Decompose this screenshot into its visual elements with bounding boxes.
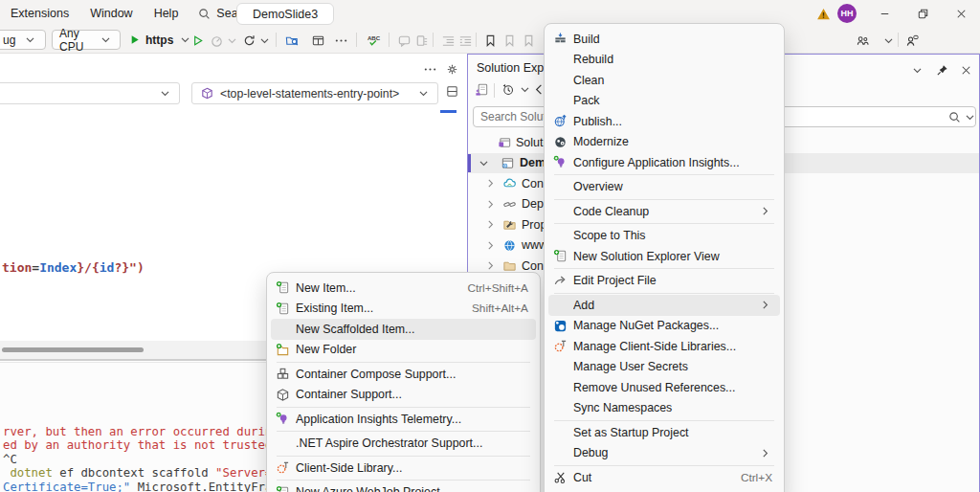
avatar[interactable]: HH — [837, 4, 857, 23]
menu-item-label: Publish... — [573, 115, 772, 128]
feedback-icon[interactable] — [903, 33, 919, 48]
menu-item-container-support[interactable]: Container Support... — [271, 385, 536, 406]
configuration-dropdown[interactable]: ug — [0, 30, 46, 50]
menu-item-label: Code Cleanup — [573, 205, 751, 218]
menu-item-existing-item[interactable]: Existing Item...Shift+Alt+A — [271, 299, 536, 320]
folder-plus-icon — [275, 342, 290, 357]
close-panel-icon[interactable] — [958, 62, 973, 78]
toolbar-separator — [433, 33, 434, 47]
switch-views-icon[interactable] — [474, 81, 489, 97]
configuration-label: ug — [3, 34, 15, 47]
menu-item-sync-namespaces[interactable]: Sync Namespaces — [548, 398, 780, 419]
bookmark-icon[interactable] — [482, 33, 498, 48]
window-title: DemoSlide3 — [236, 3, 334, 25]
close-button[interactable] — [943, 0, 979, 27]
menu-item-set-as-startup-project[interactable]: Set as Startup Project — [548, 422, 780, 443]
type-dropdown[interactable] — [0, 82, 180, 104]
menu-item-manage-client-side-libraries[interactable]: Manage Client-Side Libraries... — [548, 336, 780, 357]
app-insights-icon — [275, 412, 290, 427]
tree-expander-icon[interactable] — [482, 237, 498, 253]
menu-item-new-azure-webjob-project[interactable]: New Azure WebJob Project... — [271, 482, 536, 492]
menu-item-manage-nuget-packages[interactable]: Manage NuGet Packages... — [548, 316, 780, 337]
maximize-button[interactable] — [904, 0, 941, 27]
scrollbar-thumb[interactable] — [2, 347, 144, 352]
menu-item-container-compose-support[interactable]: Container Compose Support... — [271, 364, 536, 385]
member-dropdown[interactable]: <top-level-statements-entry-point> — [191, 82, 438, 104]
document-overflow-icon[interactable] — [422, 61, 437, 77]
menu-item-label: Clean — [573, 74, 772, 87]
menu-item-cut[interactable]: CutCtrl+X — [548, 467, 780, 488]
menu-item-label: Overview — [573, 180, 772, 193]
window-layout-icon[interactable] — [310, 33, 325, 48]
toolbar-separator — [476, 33, 477, 47]
menu-item-code-cleanup[interactable]: Code Cleanup — [548, 201, 780, 222]
chevron-down-icon[interactable] — [517, 81, 532, 97]
no-icon — [552, 73, 568, 88]
menu-item-modernize[interactable]: Modernize — [548, 132, 780, 153]
toolbar-overflow-icon[interactable] — [333, 33, 348, 48]
spell-check-icon[interactable]: ABC — [366, 33, 381, 48]
no-icon — [552, 52, 568, 67]
split-window-icon[interactable] — [444, 83, 459, 99]
project-icon — [500, 155, 515, 170]
tree-expander-icon[interactable] — [476, 155, 491, 170]
menu-item-configure-application-insights[interactable]: Configure Application Insights... — [548, 152, 780, 173]
menu-item-new-folder[interactable]: New Folder — [271, 340, 536, 361]
tree-expander-icon[interactable] — [482, 196, 498, 212]
search-icon[interactable] — [947, 109, 962, 124]
properties-icon — [501, 217, 517, 233]
menu-item-debug[interactable]: Debug — [548, 443, 780, 464]
pending-changes-filter-icon[interactable] — [500, 81, 515, 97]
globe-icon — [501, 237, 517, 253]
tree-expander-icon[interactable] — [482, 217, 498, 233]
comment-icon — [396, 33, 412, 48]
menu-item-edit-project-file[interactable]: Edit Project File — [548, 271, 780, 292]
menu-item-manage-user-secrets[interactable]: Manage User Secrets — [548, 357, 780, 378]
menu-item-net-aspire-orchestrator-support[interactable]: .NET Aspire Orchestrator Support... — [271, 434, 536, 455]
menu-item-client-side-library[interactable]: Client-Side Library... — [271, 458, 536, 479]
publish-icon — [552, 114, 568, 129]
menu-separator — [554, 420, 774, 421]
menu-item-new-scaffolded-item[interactable]: New Scaffolded Item... — [271, 319, 536, 340]
toolbar-separator — [356, 33, 357, 47]
no-icon — [552, 93, 568, 108]
menu-window[interactable]: Window — [79, 0, 143, 27]
menu-extensions[interactable]: Extensions — [0, 0, 79, 27]
menu-item-application-insights-telemetry[interactable]: Application Insights Telemetry... — [271, 409, 536, 430]
menu-item-publish[interactable]: Publish... — [548, 111, 780, 132]
menu-item-build[interactable]: Build — [548, 29, 780, 50]
chevR-icon — [757, 298, 772, 313]
start-debug-button[interactable]: https — [126, 30, 192, 50]
menu-item-remove-unused-references[interactable]: Remove Unused References... — [548, 377, 780, 398]
warning-icon[interactable] — [815, 6, 831, 21]
tree-expander-icon[interactable] — [482, 176, 498, 191]
code-line[interactable]: tion=Index}/{id?}") — [2, 260, 145, 275]
menu-item-label: Set as Startup Project — [573, 426, 772, 439]
menu-item-add[interactable]: Add — [548, 295, 780, 316]
hot-reload-icon[interactable] — [241, 33, 256, 48]
menu-item-pack[interactable]: Pack — [548, 91, 780, 112]
menu-item-clean[interactable]: Clean — [548, 70, 780, 91]
chevron-down-icon[interactable] — [962, 109, 977, 124]
live-share-icon[interactable] — [855, 33, 870, 48]
panel-options-icon[interactable] — [909, 62, 924, 78]
find-in-files-icon[interactable] — [284, 33, 300, 48]
chevron-down-icon[interactable] — [256, 33, 272, 48]
gear-icon[interactable] — [444, 61, 459, 77]
platform-dropdown[interactable]: Any CPU — [52, 30, 121, 50]
menu-item-scope-to-this[interactable]: Scope to This — [548, 226, 780, 247]
menu-item-new-item[interactable]: New Item...Ctrl+Shift+A — [271, 278, 536, 299]
run-without-debug-icon[interactable] — [189, 33, 205, 48]
no-icon — [275, 322, 290, 337]
menu-separator — [554, 465, 774, 466]
minimize-button[interactable] — [866, 0, 902, 27]
menu-help[interactable]: Help — [144, 0, 189, 27]
pin-icon[interactable] — [934, 62, 949, 78]
no-icon — [552, 380, 568, 395]
chevR-icon — [757, 204, 772, 219]
menu-item-rebuild[interactable]: Rebuild — [548, 50, 780, 71]
menu-item-overview[interactable]: Overview — [548, 177, 780, 198]
menu-separator — [277, 456, 530, 457]
chevron-down-icon[interactable] — [880, 33, 896, 48]
menu-item-new-solution-explorer-view[interactable]: New Solution Explorer View — [548, 246, 780, 267]
